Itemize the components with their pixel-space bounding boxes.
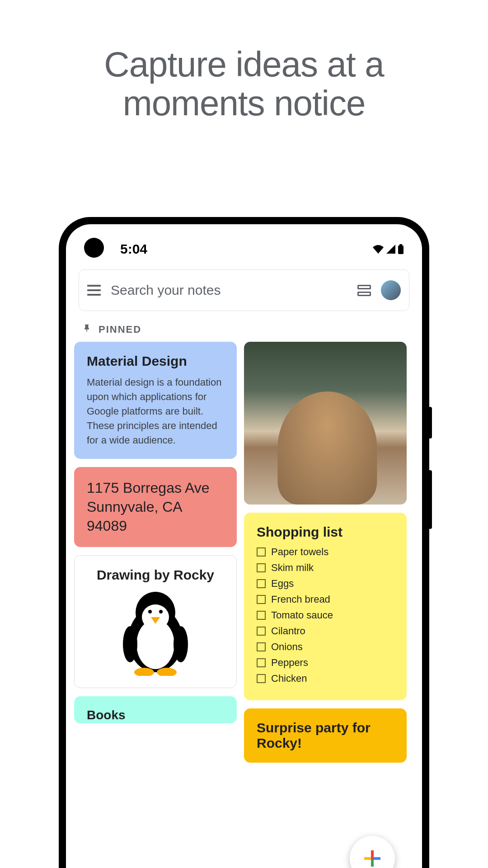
svg-rect-0 (398, 245, 404, 254)
note-card-books[interactable]: Books (74, 696, 237, 723)
penguin-drawing-icon (115, 590, 196, 676)
dog-photo (244, 342, 407, 505)
status-icons (372, 244, 404, 254)
svg-rect-12 (371, 850, 374, 858)
phone-frame: 5:04 Search your notes PINNED Material D… (59, 217, 429, 868)
checklist-item[interactable]: Cilantro (257, 625, 394, 637)
checkbox-icon[interactable] (257, 563, 266, 572)
checkbox-icon[interactable] (257, 579, 266, 588)
checkbox-icon[interactable] (257, 627, 266, 636)
note-title: Material Design (87, 354, 224, 369)
checklist-item[interactable]: French bread (257, 594, 394, 605)
svg-rect-15 (364, 857, 371, 860)
note-card-shopping[interactable]: Shopping list Paper towels Skim milk Egg… (244, 513, 407, 700)
phone-side-button (428, 470, 432, 529)
note-title: Books (87, 708, 224, 722)
note-card-address[interactable]: 1175 Borregas Ave Sunnyvale, CA 94089 (74, 467, 237, 547)
svg-point-9 (174, 626, 188, 662)
svg-point-7 (159, 610, 163, 613)
search-bar[interactable]: Search your notes (79, 269, 409, 311)
note-title: Drawing by Rocky (87, 567, 224, 583)
new-note-fab[interactable] (350, 836, 395, 868)
battery-icon (398, 244, 404, 254)
svg-rect-13 (373, 857, 380, 860)
note-title: Surprise party for Rocky! (257, 720, 394, 751)
checkbox-icon[interactable] (257, 611, 266, 620)
pin-icon (82, 324, 91, 335)
note-card-drawing[interactable]: Drawing by Rocky (74, 555, 237, 688)
checkbox-icon[interactable] (257, 642, 266, 651)
checklist-item[interactable]: Skim milk (257, 562, 394, 574)
checkbox-icon[interactable] (257, 658, 266, 667)
search-input[interactable]: Search your notes (111, 283, 347, 298)
note-title: Shopping list (257, 524, 394, 540)
checkbox-icon[interactable] (257, 674, 266, 683)
plus-icon (362, 849, 382, 868)
signal-icon (386, 245, 396, 254)
layout-toggle-icon[interactable] (357, 285, 371, 296)
notes-grid: Material Design Material design is a fou… (66, 342, 422, 821)
note-card-party[interactable]: Surprise party for Rocky! (244, 708, 407, 763)
note-body: Material design is a foundation upon whi… (87, 375, 224, 447)
svg-rect-1 (399, 244, 402, 246)
phone-side-button (428, 407, 432, 439)
checklist-item[interactable]: Onions (257, 641, 394, 653)
camera-hole (84, 238, 104, 258)
checkbox-icon[interactable] (257, 547, 266, 557)
note-card-material[interactable]: Material Design Material design is a fou… (74, 342, 237, 459)
checkbox-icon[interactable] (257, 595, 266, 604)
checklist-item[interactable]: Tomato sauce (257, 609, 394, 621)
menu-icon[interactable] (87, 285, 101, 296)
note-card-photo[interactable] (244, 342, 407, 505)
checklist-item[interactable]: Paper towels (257, 546, 394, 558)
note-body: 1175 Borregas Ave Sunnyvale, CA 94089 (87, 479, 224, 535)
svg-rect-14 (371, 859, 374, 867)
pinned-section-header: PINNED (66, 311, 422, 342)
pinned-label: PINNED (99, 324, 141, 335)
checklist-item[interactable]: Eggs (257, 578, 394, 590)
status-time: 5:04 (120, 241, 147, 257)
checklist-item[interactable]: Chicken (257, 673, 394, 684)
status-bar: 5:04 (66, 224, 422, 260)
wifi-icon (372, 245, 384, 254)
hero-title: Capture ideas at a moments notice (0, 45, 488, 123)
svg-point-8 (123, 626, 137, 662)
checklist-item[interactable]: Peppers (257, 657, 394, 669)
svg-point-6 (148, 610, 152, 613)
svg-rect-16 (371, 857, 374, 860)
profile-avatar[interactable] (381, 280, 401, 300)
